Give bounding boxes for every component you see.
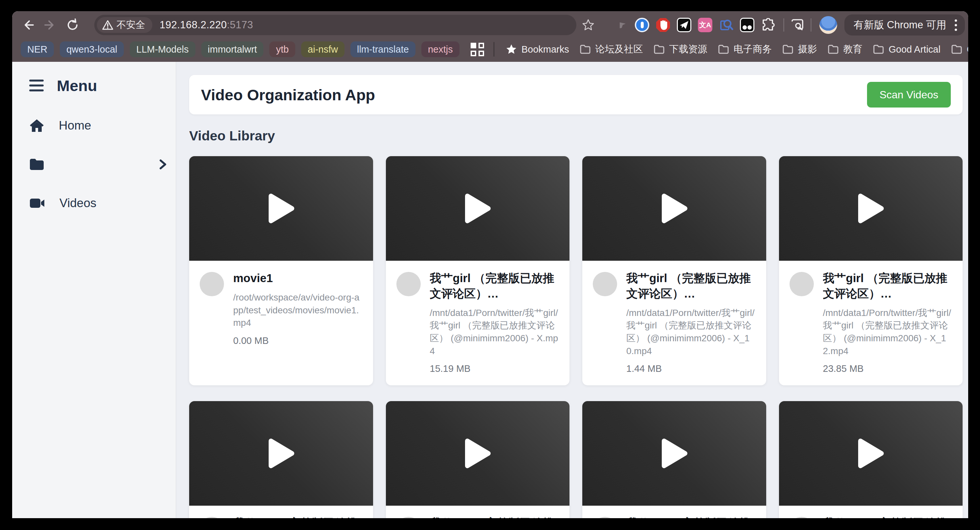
folder-icon <box>580 45 591 54</box>
video-card[interactable]: 我艹girl （完整版已放推文评论区） (@minimimm2006) - <box>386 401 570 518</box>
video-card-text: 我艹girl （完整版已放推文评论区） (@minimimm2006) - /m… <box>626 271 756 374</box>
toolbar-divider-2 <box>811 18 811 32</box>
reload-button[interactable] <box>64 16 81 34</box>
folder-label: 教育 <box>843 43 862 56</box>
bookmark-pill-ytb[interactable]: ytb <box>269 42 295 57</box>
reload-icon <box>66 18 80 32</box>
video-thumbnail[interactable] <box>582 156 766 261</box>
chrome-update-menu-button[interactable]: 有新版 Chrome 可用 <box>844 14 965 35</box>
video-thumbnail[interactable] <box>779 401 963 506</box>
play-icon <box>463 193 492 224</box>
video-size: 0.00 MB <box>233 335 363 346</box>
bookmark-folder-photography[interactable]: 摄影 <box>782 43 817 56</box>
bookmark-label: NER <box>27 44 47 55</box>
bookmark-label: llm-translate <box>357 44 409 55</box>
video-size: 23.85 MB <box>823 363 952 374</box>
sidebar-item-videos[interactable]: Videos <box>29 194 176 212</box>
extensions-puzzle-button[interactable] <box>760 18 776 32</box>
bookmark-folder-education[interactable]: 教育 <box>827 43 862 56</box>
ext-image-search-icon[interactable] <box>719 18 734 32</box>
sidebar-item-label: Home <box>59 119 91 132</box>
video-card[interactable]: 我艹girl （完整版已放推文评论区） (@minimimm2006) - <box>779 401 963 518</box>
bookmarks-root-label: Bookmarks <box>522 44 569 55</box>
ext-adguard-icon[interactable] <box>655 18 671 32</box>
video-card-body: 我艹girl （完整版已放推文评论区） (@minimimm2006) - <box>386 506 570 518</box>
video-card[interactable]: 我艹girl （完整版已放推文评论区） (@minimimm2006) - <box>582 401 766 518</box>
video-card-text: 我艹girl （完整版已放推文评论区） (@minimimm2006) - <box>430 516 559 518</box>
video-card[interactable]: 我艹girl （完整版已放推文评论区） (@minimimm2006) - /m… <box>386 156 570 385</box>
folder-label: 下载资源 <box>669 43 707 56</box>
profile-avatar[interactable] <box>819 16 837 34</box>
avatar <box>200 272 224 296</box>
avatar <box>593 272 617 296</box>
page-search-button[interactable] <box>789 16 806 34</box>
play-icon <box>660 437 688 469</box>
bookmark-pill-ai-nsfw[interactable]: ai-nsfw <box>301 42 345 57</box>
bookmarks-folder-root[interactable]: Bookmarks <box>506 44 569 55</box>
video-thumbnail[interactable] <box>386 401 570 506</box>
app-header-card: Video Organization App Scan Videos <box>189 75 963 115</box>
video-thumbnail[interactable] <box>779 156 963 261</box>
video-card-body: 我艹girl （完整版已放推文评论区） (@minimimm2006) - <box>582 506 766 518</box>
avatar <box>396 517 421 518</box>
forward-button[interactable] <box>42 16 59 34</box>
ext-telegram-icon[interactable] <box>676 18 692 32</box>
scan-videos-button[interactable]: Scan Videos <box>867 82 951 107</box>
video-thumbnail[interactable] <box>189 156 373 261</box>
bookmark-folder-downloads[interactable]: 下载资源 <box>654 43 707 56</box>
back-button[interactable] <box>19 16 37 34</box>
sidebar-item-folder[interactable] <box>29 155 176 174</box>
ext-1password-icon[interactable] <box>635 18 650 32</box>
play-icon <box>463 437 492 469</box>
chevron-right-icon <box>159 159 167 170</box>
star-icon <box>582 19 595 31</box>
folder-icon <box>951 45 962 54</box>
security-chip[interactable]: 不安全 <box>97 17 153 33</box>
avatar <box>200 517 224 518</box>
video-card[interactable]: movie1 /root/workspace/av/video-org-app/… <box>189 156 373 385</box>
video-card-body: movie1 /root/workspace/av/video-org-app/… <box>189 261 373 358</box>
ext-dual-circles-icon[interactable] <box>740 18 755 32</box>
hamburger-icon[interactable] <box>29 80 44 91</box>
play-icon <box>856 193 885 224</box>
bookmark-pill-ner[interactable]: NER <box>21 42 54 57</box>
ext-translate-icon[interactable]: 文A <box>698 18 713 32</box>
send-to-device-button[interactable] <box>614 16 632 34</box>
video-grid: movie1 /root/workspace/av/video-org-app/… <box>189 156 963 518</box>
video-thumbnail[interactable] <box>386 156 570 261</box>
screen-search-icon <box>790 18 805 32</box>
main-content: Video Organization App Scan Videos Video… <box>177 62 968 518</box>
video-card[interactable]: 我艹girl （完整版已放推文评论区） (@minimimm2006) - /m… <box>582 156 766 385</box>
video-size: 1.44 MB <box>626 363 756 374</box>
folder-label: 电子商务 <box>734 43 772 56</box>
video-card-text: movie1 /root/workspace/av/video-org-app/… <box>233 271 363 346</box>
video-title: 我艹girl （完整版已放推文评论区） (@minimimm2006) - <box>626 271 756 302</box>
stop-hand-icon <box>655 18 671 32</box>
avatar <box>789 517 814 518</box>
video-title: 我艹girl （完整版已放推文评论区） (@minimimm2006) - <box>430 271 559 302</box>
bookmark-folder-gfw[interactable]: GFW <box>951 44 968 55</box>
video-thumbnail[interactable] <box>582 401 766 506</box>
folder-label: 论坛及社区 <box>595 43 643 56</box>
bookmark-label: qwen3-local <box>66 44 117 55</box>
play-icon <box>660 193 688 224</box>
video-thumbnail[interactable] <box>189 401 373 506</box>
address-bar[interactable]: 不安全 192.168.2.220:5173 <box>94 15 576 35</box>
bookmark-pill-qwen3-local[interactable]: qwen3-local <box>60 42 124 57</box>
bookmark-pill-llm-translate[interactable]: llm-translate <box>350 42 415 57</box>
video-card[interactable]: 我艹girl （完整版已放推文评论区） (@minimimm2006) - <box>189 401 373 518</box>
bookmark-pill-immortalwrt[interactable]: immortalwrt <box>201 42 264 57</box>
video-title: movie1 <box>233 271 363 286</box>
apps-grid-icon[interactable] <box>471 43 484 56</box>
video-card[interactable]: 我艹girl （完整版已放推文评论区） (@minimimm2006) - /m… <box>779 156 963 385</box>
bookmark-pill-llm-models[interactable]: LLM-Models <box>130 42 196 57</box>
bookmark-folder-good-artical[interactable]: Good Artical <box>873 44 940 55</box>
bookmark-folder-ecommerce[interactable]: 电子商务 <box>718 43 772 56</box>
bookmark-folder-forums[interactable]: 论坛及社区 <box>580 43 643 56</box>
sidebar-item-home[interactable]: Home <box>29 117 176 135</box>
bookmark-star-button[interactable] <box>580 16 597 34</box>
play-icon <box>267 193 295 224</box>
video-card-text: 我艹girl （完整版已放推文评论区） (@minimimm2006) - <box>823 516 952 518</box>
bookmark-pill-nextjs[interactable]: nextjs <box>422 42 460 57</box>
bookmark-label: ai-nsfw <box>308 44 338 55</box>
